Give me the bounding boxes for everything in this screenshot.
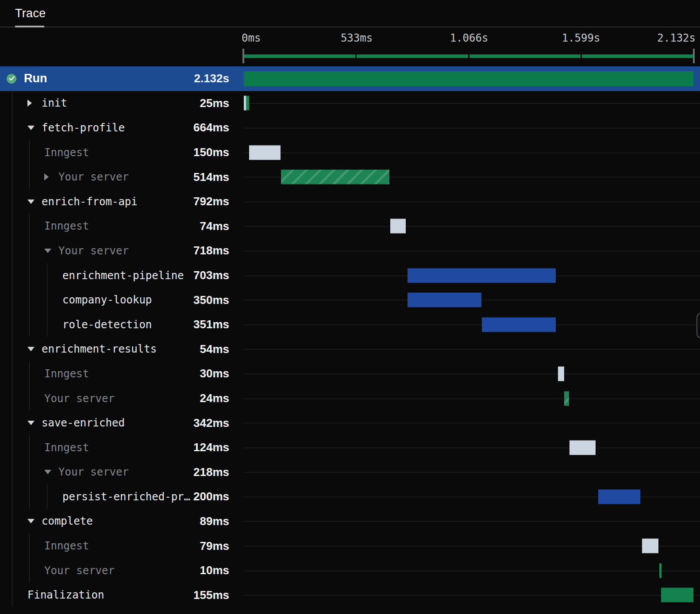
span-duration: 150ms	[193, 146, 241, 159]
span-bar[interactable]	[661, 588, 693, 602]
chevron-down-icon[interactable]	[44, 470, 58, 474]
trace-row-your-server[interactable]: Your server218ms	[0, 460, 700, 485]
span-label-cell: Your server218ms	[0, 460, 241, 485]
span-timeline-cell	[241, 361, 700, 386]
span-name: Finalization	[27, 589, 104, 601]
trace-row-enrichment-pipeline[interactable]: enrichment-pipeline703ms	[0, 263, 700, 288]
row-guide-line	[244, 128, 700, 128]
span-name: company-lookup	[62, 294, 152, 306]
span-label-cell: persist-enriched-pr…200ms	[0, 484, 241, 509]
trace-row-finalization[interactable]: Finalization155ms	[0, 583, 700, 607]
span-bar[interactable]	[558, 366, 564, 381]
minimap-duration-band	[582, 54, 693, 58]
span-bar[interactable]	[482, 317, 556, 332]
span-label-cell: company-lookup350ms	[0, 288, 241, 312]
chevron-right-icon[interactable]	[44, 173, 58, 180]
span-label-cell: Inngest150ms	[0, 140, 241, 165]
span-bar[interactable]	[564, 391, 569, 406]
chevron-down-icon[interactable]	[27, 421, 42, 425]
trace-row-complete[interactable]: complete89ms	[0, 509, 700, 534]
span-timeline-cell	[241, 66, 700, 91]
span-timeline-cell	[241, 533, 700, 558]
span-timeline-cell	[241, 312, 700, 337]
span-name: Your server	[44, 392, 115, 405]
row-guide-line	[244, 423, 700, 423]
span-name: Your server	[58, 245, 129, 257]
span-bar[interactable]	[244, 71, 693, 86]
chevron-down-icon[interactable]	[44, 249, 58, 253]
tree-guide-line	[29, 214, 30, 337]
timeline-axis: 0ms533ms1.066s1.599s2.132s	[241, 27, 700, 66]
row-guide-line	[244, 202, 700, 202]
trace-row-enrichment-results[interactable]: enrichment-results54ms	[0, 337, 700, 362]
row-guide-line	[244, 251, 700, 251]
row-guide-line	[244, 103, 700, 104]
span-name: enrichment-results	[42, 343, 157, 355]
trace-row-your-server[interactable]: Your server24ms	[0, 386, 700, 411]
span-duration: 2.132s	[194, 72, 241, 85]
span-bar[interactable]	[390, 219, 406, 234]
span-duration: 89ms	[200, 514, 241, 528]
span-timeline-cell	[241, 435, 700, 460]
chevron-glyph	[44, 173, 49, 180]
chevron-right-icon[interactable]	[27, 100, 42, 107]
span-duration: 350ms	[193, 293, 241, 307]
trace-row-inngest[interactable]: Inngest74ms	[0, 214, 700, 239]
trace-row-company-lookup[interactable]: company-lookup350ms	[0, 288, 700, 312]
trace-row-your-server[interactable]: Your server718ms	[0, 238, 700, 263]
panel-resize-handle[interactable]	[696, 312, 700, 339]
span-bar[interactable]	[642, 539, 659, 553]
span-name: save-enriched	[42, 417, 125, 429]
span-timeline-cell	[241, 337, 700, 362]
trace-row-inngest[interactable]: Inngest124ms	[0, 435, 700, 460]
row-guide-line	[244, 153, 700, 153]
chevron-down-icon[interactable]	[27, 200, 42, 204]
trace-row-fetch-profile[interactable]: fetch-profile664ms	[0, 115, 700, 140]
span-timeline-cell	[241, 583, 700, 607]
span-timeline-cell	[241, 484, 700, 509]
trace-row-persist-enriched-pr[interactable]: persist-enriched-pr…200ms	[0, 484, 700, 509]
trace-row-run[interactable]: Run2.132s	[0, 66, 700, 91]
span-name: Your server	[58, 466, 129, 478]
axis-tick-label: 533ms	[341, 32, 373, 44]
chevron-down-icon[interactable]	[27, 126, 42, 130]
span-duration: 10ms	[200, 564, 241, 577]
chevron-down-icon[interactable]	[27, 347, 42, 351]
span-name: enrichment-pipeline	[62, 269, 184, 282]
span-bar[interactable]	[246, 96, 249, 111]
row-guide-line	[244, 349, 700, 349]
span-duration: 218ms	[193, 465, 241, 479]
span-bar[interactable]	[598, 489, 640, 504]
span-timeline-cell	[241, 165, 700, 189]
span-bar[interactable]	[281, 170, 389, 184]
span-timeline-cell	[241, 91, 700, 116]
trace-row-role-detection[interactable]: role-detection351ms	[0, 312, 700, 337]
chevron-down-icon[interactable]	[27, 519, 42, 523]
trace-row-inngest[interactable]: Inngest79ms	[0, 533, 700, 558]
tree-guide-line	[29, 140, 30, 189]
span-timeline-cell	[241, 140, 700, 165]
axis-tick-label: 1.599s	[562, 32, 600, 44]
span-timeline-cell	[241, 558, 700, 583]
span-bar[interactable]	[569, 440, 596, 455]
span-label-cell: enrichment-results54ms	[0, 337, 241, 362]
tab-trace[interactable]: Trace	[15, 0, 46, 27]
trace-row-your-server[interactable]: Your server10ms	[0, 558, 700, 583]
span-bar[interactable]	[659, 563, 662, 578]
trace-row-init[interactable]: init25ms	[0, 91, 700, 116]
trace-row-inngest[interactable]: Inngest30ms	[0, 361, 700, 386]
span-timeline-cell	[241, 238, 700, 263]
span-label-cell: Your server514ms	[0, 165, 241, 189]
row-guide-line	[244, 448, 700, 448]
trace-row-save-enriched[interactable]: save-enriched342ms	[0, 411, 700, 435]
trace-row-inngest[interactable]: Inngest150ms	[0, 140, 700, 165]
row-guide-line	[244, 521, 700, 522]
span-bar[interactable]	[249, 145, 281, 160]
trace-row-your-server[interactable]: Your server514ms	[0, 165, 700, 189]
span-label-cell: role-detection351ms	[0, 312, 241, 337]
span-bar[interactable]	[408, 268, 556, 283]
timeline-minimap[interactable]	[244, 49, 693, 63]
trace-row-enrich-from-api[interactable]: enrich-from-api792ms	[0, 189, 700, 214]
row-guide-line	[244, 546, 700, 546]
span-bar[interactable]	[408, 293, 481, 307]
